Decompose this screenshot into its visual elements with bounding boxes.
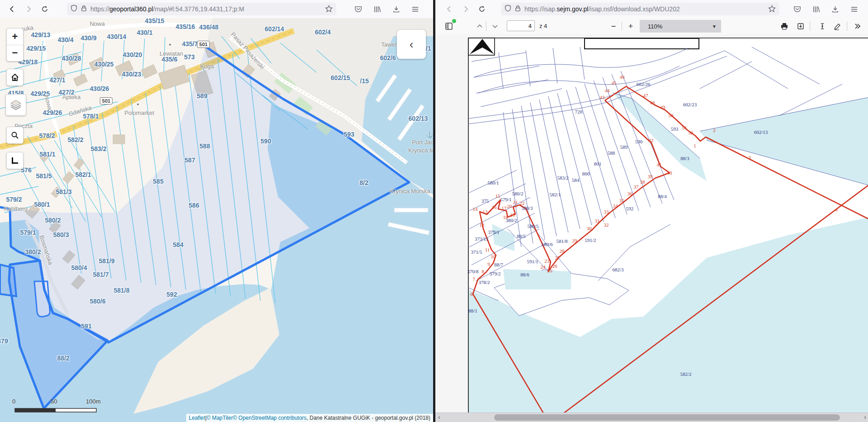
pdf-boundary-point-label: 44 bbox=[605, 88, 610, 93]
scroll-left-arrow[interactable]: ‹ bbox=[438, 413, 440, 421]
pdf-boundary-point-label: 7 bbox=[472, 276, 475, 282]
pdf-boundary-point-label: 23 bbox=[545, 258, 550, 264]
pdf-zoom-select[interactable]: 110% ▼ bbox=[640, 20, 721, 33]
pdf-next-page-button[interactable] bbox=[489, 20, 501, 33]
pdf-parcel-label: 88/4 bbox=[658, 194, 667, 199]
leaflet-map[interactable]: 435/15435/16436/48429/13430/4430/9430/14… bbox=[0, 18, 433, 422]
pdf-boundary-point-label: 6 bbox=[470, 291, 473, 297]
layers-button[interactable] bbox=[5, 94, 26, 116]
map-parcel-label: 580/2 bbox=[45, 217, 61, 224]
scale-label-50: 50 bbox=[51, 398, 57, 405]
map-parcel-label: 579/2 bbox=[6, 196, 22, 203]
pdf-parcel-label: 583/2 bbox=[557, 175, 568, 180]
map-parcel-label: 430/20 bbox=[123, 51, 142, 58]
reload-button[interactable] bbox=[39, 3, 51, 15]
library-icon[interactable] bbox=[371, 3, 383, 15]
pdf-boundary-point-label: 43 bbox=[600, 95, 605, 100]
pdf-page-input[interactable] bbox=[507, 20, 535, 31]
url-fade bbox=[743, 3, 764, 15]
pdf-horizontal-scrollbar[interactable]: ‹ › bbox=[435, 413, 868, 422]
attribution-static: , Dane Katastralne GUGiK - geoportal.gov… bbox=[307, 415, 430, 421]
pdf-prev-page-button[interactable] bbox=[473, 20, 486, 33]
map-parcel-label: ▪ bbox=[169, 41, 171, 48]
pdf-boundary-point-label: 25 bbox=[547, 268, 552, 273]
pdf-parcel-label: 593 bbox=[671, 126, 679, 132]
pdf-sidebar-toggle[interactable] bbox=[443, 20, 455, 33]
map-parcel-label: Lewiatan bbox=[160, 50, 183, 57]
pdf-zoom-in-button[interactable]: + bbox=[624, 20, 637, 33]
pdf-page-view[interactable]: 602/26602/23602/13720589588590801800583/… bbox=[435, 34, 868, 422]
map-parcel-label: 592 bbox=[166, 291, 177, 298]
collapse-panel-button[interactable]: ‹ bbox=[397, 30, 426, 59]
pdf-parcel-label: 375 bbox=[481, 198, 489, 204]
pdf-boundary-point-label: 28 bbox=[560, 248, 565, 254]
maptiler-link[interactable]: © MapTiler bbox=[207, 415, 233, 421]
zoom-in-button[interactable]: + bbox=[7, 28, 23, 45]
pdf-parcel-label: 592 bbox=[626, 206, 634, 211]
scale-label-0: 0 bbox=[12, 398, 15, 405]
bookmark-star-icon[interactable] bbox=[768, 5, 776, 14]
map-parcel-label: 602/13 bbox=[409, 115, 428, 122]
road-badge-501: 501 bbox=[100, 97, 113, 104]
pocket-icon[interactable] bbox=[791, 3, 803, 15]
scrollbar-thumb[interactable] bbox=[494, 414, 840, 421]
map-parcel-label: 88/2 bbox=[57, 355, 69, 362]
home-button[interactable] bbox=[6, 69, 24, 86]
map-parcel-label: Krynica M bbox=[408, 147, 433, 154]
download-icon[interactable] bbox=[390, 3, 402, 15]
pdf-parcel-label: 580/2 bbox=[512, 191, 523, 196]
pdf-boundary-point-label: 3 bbox=[748, 155, 751, 160]
pocket-icon[interactable] bbox=[352, 3, 364, 15]
road-badge-501: 501 bbox=[197, 41, 210, 48]
shield-icon bbox=[505, 5, 511, 14]
pdf-zoom-out-button[interactable]: − bbox=[607, 20, 620, 33]
map-parcel-label: 602/15 bbox=[331, 74, 350, 81]
back-button[interactable] bbox=[6, 3, 18, 15]
pdf-print-button[interactable] bbox=[778, 20, 791, 33]
screen: https://geoportal360.pl/map/#l:54.3776,1… bbox=[0, 0, 868, 422]
menu-hamburger-icon[interactable] bbox=[848, 3, 860, 15]
map-parcel-label: Nowa bbox=[43, 95, 53, 111]
pdf-boundary-point-label: 45 bbox=[612, 80, 617, 85]
pdf-boundary-point-label: 22 bbox=[520, 200, 525, 206]
pdf-draw-tool-button[interactable] bbox=[831, 20, 844, 33]
pdf-boundary-point-label: 26 bbox=[552, 263, 557, 269]
download-icon[interactable] bbox=[829, 3, 841, 15]
pdf-page-count: z 4 bbox=[539, 23, 547, 29]
library-icon[interactable] bbox=[810, 3, 822, 15]
scroll-right-arrow[interactable]: › bbox=[864, 413, 866, 421]
pdf-parcel-label: 591/2 bbox=[585, 237, 596, 243]
pdf-more-tools-button[interactable] bbox=[851, 20, 864, 33]
pdf-parcel-label: 88/7 bbox=[494, 262, 503, 267]
bookmark-star-icon[interactable] bbox=[325, 5, 333, 14]
pdf-text-tool-button[interactable] bbox=[816, 20, 829, 33]
leaflet-link[interactable]: Leaflet bbox=[189, 415, 205, 421]
pdf-save-button[interactable] bbox=[794, 20, 807, 33]
pdf-boundary-point-label: 30 bbox=[587, 226, 592, 231]
zoom-out-button[interactable]: − bbox=[7, 45, 23, 62]
measure-button[interactable] bbox=[6, 152, 24, 169]
search-button[interactable] bbox=[6, 127, 24, 144]
menu-hamburger-icon[interactable] bbox=[409, 3, 421, 15]
url-bar[interactable]: https://geoportal360.pl/map/#l:54.3776,1… bbox=[67, 3, 336, 15]
map-parcel-label: ⚓ bbox=[426, 131, 433, 138]
map-parcel-label: 435/15 bbox=[145, 18, 165, 24]
scale-label-100m: 100m bbox=[86, 398, 101, 405]
zoom-control[interactable]: + − bbox=[6, 28, 24, 62]
url-bar[interactable]: https://isap.sejm.gov.pl/isap.nsf/downlo… bbox=[501, 3, 779, 15]
map-parcel-label: 581/5 bbox=[36, 172, 52, 180]
map-parcel-label: 430/14 bbox=[107, 33, 127, 40]
pdf-boundary-point-label: 42 bbox=[649, 138, 654, 143]
pdf-boundary-point-label: 4 bbox=[835, 207, 838, 212]
pdf-boundary-point-label: 10 bbox=[491, 254, 496, 259]
back-button[interactable] bbox=[443, 3, 455, 15]
pdf-boundary-point-label: 34 bbox=[613, 203, 618, 209]
pdf-boundary-point-label: 9 bbox=[487, 261, 490, 267]
reload-button[interactable] bbox=[476, 3, 488, 15]
osm-link[interactable]: © OpenStreetMap contributors bbox=[233, 415, 307, 421]
map-parcel-label: Krynica Morska bbox=[390, 188, 430, 194]
forward-button[interactable] bbox=[23, 3, 34, 15]
pdf-parcel-label: 582/2 bbox=[680, 371, 691, 377]
map-labels: 435/15435/16436/48429/13430/4430/9430/14… bbox=[0, 18, 433, 422]
forward-button[interactable] bbox=[460, 3, 472, 15]
